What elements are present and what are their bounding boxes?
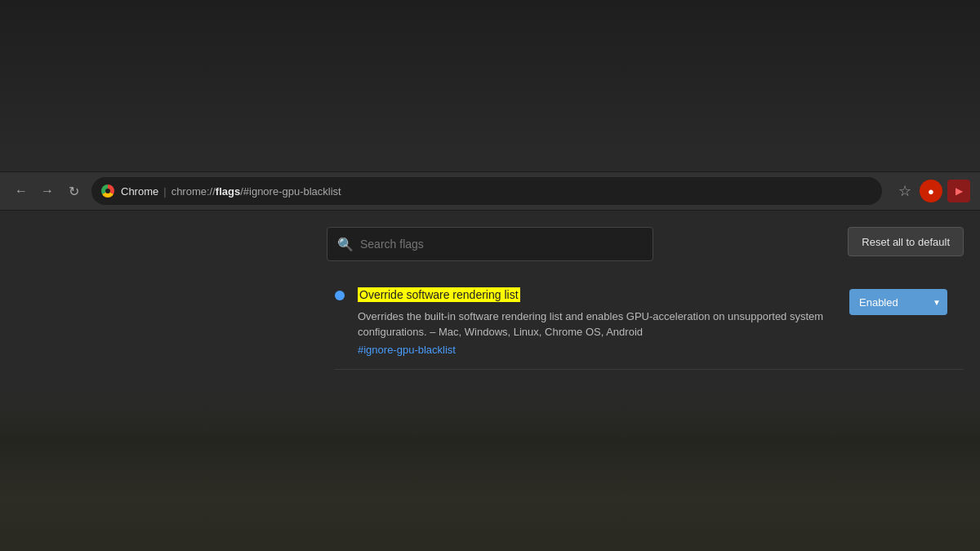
address-hash: /#ignore-gpu-blacklist [240, 185, 341, 198]
reset-all-button[interactable]: Reset all to default [848, 227, 964, 256]
toolbar-right: ☆ ● ▶ [895, 179, 970, 203]
flag-description: Overrides the built-in software renderin… [358, 309, 836, 340]
forward-button[interactable]: → [36, 180, 59, 202]
back-button[interactable]: ← [10, 180, 33, 202]
flags-page: 🔍 Reset all to default Override software… [0, 211, 980, 386]
nav-buttons: ← → ↻ [10, 180, 85, 202]
flags-header: 🔍 Reset all to default [0, 227, 980, 274]
chrome-logo-icon [101, 184, 114, 198]
address-scheme: chrome:// [172, 185, 216, 198]
flag-enabled-dropdown[interactable]: Default Enabled Disabled [849, 289, 947, 315]
bottom-dark-area [0, 386, 980, 551]
flag-content: Override software rendering list Overrid… [358, 287, 836, 356]
extension-icon-dark[interactable]: ▶ [947, 180, 970, 202]
extension-icon-red[interactable]: ● [920, 180, 942, 202]
search-icon: 🔍 [337, 237, 354, 252]
flag-title: Override software rendering list [358, 287, 520, 302]
bookmark-star-icon[interactable]: ☆ [895, 179, 915, 203]
address-separator: | [163, 185, 166, 198]
address-text: Chrome | chrome://flags/#ignore-gpu-blac… [121, 185, 872, 198]
flag-item: Override software rendering list Overrid… [335, 274, 964, 370]
reload-button[interactable]: ↻ [62, 180, 85, 202]
flag-dropdown-wrapper[interactable]: Default Enabled Disabled [849, 289, 947, 315]
search-box: 🔍 [327, 227, 653, 261]
search-flags-input[interactable] [360, 238, 643, 251]
address-bold-flags: flags [216, 185, 240, 198]
flag-active-dot [335, 291, 345, 300]
top-dark-area [0, 0, 980, 171]
browser-chrome-bar: ← → ↻ Chrome | chrome://flags/#ignore-gp… [0, 171, 980, 211]
flag-anchor-link[interactable]: #ignore-gpu-blacklist [358, 344, 836, 356]
address-brand: Chrome [121, 185, 158, 198]
address-bar[interactable]: Chrome | chrome://flags/#ignore-gpu-blac… [91, 177, 882, 205]
